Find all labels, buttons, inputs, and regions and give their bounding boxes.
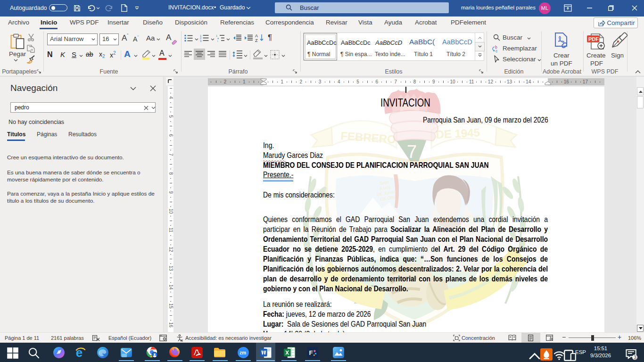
svg-text:PDF: PDF [588,36,599,42]
svg-text:F: F [309,349,313,356]
svg-text:zm: zm [239,350,246,355]
svg-text:3: 3 [634,354,636,360]
svg-text:3: 3 [200,40,202,42]
svg-text:Z: Z [255,38,258,42]
svg-text:DE 1945: DE 1945 [436,126,480,141]
svg-text:7: 7 [407,142,417,162]
svg-text:i: i [217,40,218,42]
svg-text:c: c [495,49,498,53]
svg-text:A: A [255,33,258,38]
